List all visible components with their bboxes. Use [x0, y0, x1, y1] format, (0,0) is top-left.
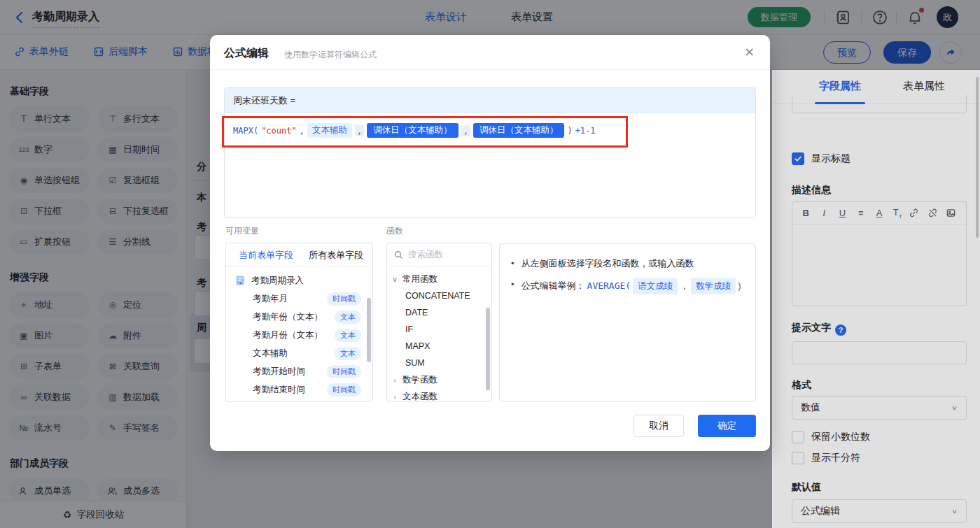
formula-editor-box: 周末还班天数 = MAPX("count", 文本辅助 , 调休日（文本辅助） …: [224, 87, 756, 218]
functions-panel: 搜索函数 ∨常用函数 CONCATENATE DATE IF MAPX SUM …: [386, 243, 492, 402]
function-item[interactable]: DATE: [387, 304, 491, 321]
search-icon: [394, 250, 403, 259]
variable-field-row[interactable]: 考勤年月时间戳: [226, 290, 372, 308]
field-type-badge: 时间戳: [327, 292, 361, 306]
field-type-badge: 时间戳: [327, 383, 361, 397]
remove-link-icon[interactable]: [927, 208, 941, 218]
chevron-right-icon: ›: [387, 392, 402, 401]
cancel-button[interactable]: 取消: [634, 415, 684, 437]
formula-expression: MAPX("count", 文本辅助 , 调休日（文本辅助） , 调休日（文本辅…: [233, 123, 747, 138]
properties-body: 显示标题 描述信息 B I U ≡ A TT 提示文字? 格式 数值 ∨: [773, 104, 980, 528]
chevron-down-icon: ∨: [951, 404, 958, 411]
italic-icon[interactable]: I: [817, 208, 831, 218]
chevron-down-icon: ∨: [387, 275, 402, 284]
default-value-select[interactable]: 公式编辑 ∨: [792, 499, 967, 523]
formula-tail-expression: +1-1: [575, 126, 596, 136]
variable-field-row[interactable]: 考勤月份（文本）文本: [226, 326, 372, 344]
variable-field-row[interactable]: 考勤结束时间时间戳: [226, 380, 372, 399]
tab-field-properties[interactable]: 字段属性: [819, 80, 861, 93]
field-type-badge: 文本: [335, 347, 361, 360]
format-select[interactable]: 数值 ∨: [792, 396, 967, 420]
chevron-right-icon: ›: [387, 376, 402, 384]
sidebar-scrollbar[interactable]: [976, 77, 979, 238]
field-token-selected[interactable]: 调休日（文本辅助）: [367, 123, 458, 138]
hint-text-input[interactable]: [792, 341, 967, 364]
confirm-button[interactable]: 确定: [698, 415, 756, 437]
function-search-box[interactable]: 搜索函数: [387, 243, 491, 267]
hint-text-label: 提示文字?: [792, 322, 846, 336]
field-token-selected[interactable]: 调休日（文本辅助）: [473, 123, 565, 138]
formula-edit-modal: 公式编辑 使用数学运算符编辑公式 ✕ 周末还班天数 = MAPX("count"…: [210, 35, 770, 451]
hint-help-icon[interactable]: ?: [835, 324, 846, 336]
formula-string-arg: "count": [261, 126, 297, 136]
function-group-math[interactable]: ›数学函数: [387, 371, 491, 388]
functions-scrollbar[interactable]: [486, 308, 490, 390]
description-editor[interactable]: B I U ≡ A TT: [792, 201, 967, 306]
checkbox-unchecked-icon[interactable]: [792, 452, 804, 464]
checkbox-checked-icon[interactable]: [792, 152, 804, 165]
bullet: •: [511, 257, 514, 271]
function-item[interactable]: IF: [387, 321, 491, 338]
insert-link-icon[interactable]: [909, 208, 923, 218]
field-type-badge: 时间戳: [327, 365, 361, 378]
default-value-label: 默认值: [792, 481, 821, 494]
tip-line-1: • 从左侧面板选择字段名和函数，或输入函数: [511, 257, 744, 271]
tab-all-form-fields[interactable]: 所有表单字段: [309, 249, 363, 262]
title-input-partial[interactable]: [792, 95, 967, 113]
bold-icon[interactable]: B: [799, 208, 813, 218]
tip-line-2: • 公式编辑举例：AVERAGE( 语文成绩 ， 数学成绩 ): [511, 278, 744, 294]
example-field-token: 语文成绩: [633, 278, 678, 294]
checkbox-unchecked-icon[interactable]: [792, 431, 804, 443]
example-field-token: 数学成绩: [691, 278, 736, 294]
formula-target-row: 周末还班天数 =: [225, 88, 755, 113]
search-placeholder: 搜索函数: [408, 249, 443, 261]
function-item[interactable]: SUM: [387, 355, 491, 371]
variable-field-row[interactable]: 考勤开始时间时间戳: [226, 362, 372, 380]
tab-form-properties[interactable]: 表单属性: [903, 80, 945, 93]
rich-text-toolbar: B I U ≡ A TT: [792, 202, 966, 224]
decimal-digits-checkbox-row[interactable]: 保留小数位数: [792, 431, 870, 443]
underline-icon[interactable]: U: [836, 208, 850, 218]
chevron-down-icon: ∨: [951, 508, 958, 515]
modal-header: 公式编辑 使用数学运算符编辑公式 ✕: [210, 35, 770, 70]
functions-label: 函数: [386, 225, 403, 237]
description-label: 描述信息: [792, 184, 831, 197]
variables-scrollbar[interactable]: [367, 298, 371, 362]
field-type-badge: 文本: [335, 311, 361, 324]
show-title-checkbox-row[interactable]: 显示标题: [792, 152, 850, 165]
variables-label: 可用变量: [225, 225, 259, 237]
description-editor-content[interactable]: [792, 224, 966, 306]
formula-input-area[interactable]: MAPX("count", 文本辅助 , 调休日（文本辅助） , 调休日（文本辅…: [225, 113, 755, 218]
form-doc-icon: [236, 276, 244, 285]
modal-subtitle: 使用数学运算符编辑公式: [284, 49, 377, 61]
field-type-badge: 文本: [335, 329, 361, 342]
format-label: 格式: [792, 379, 811, 392]
thousand-separator-checkbox-row[interactable]: 显示千分符: [792, 452, 860, 464]
form-tree-root[interactable]: 考勤周期录入: [226, 271, 372, 290]
properties-sidebar: 字段属性 表单属性 显示标题 描述信息 B I U ≡ A TT: [772, 70, 980, 528]
insert-image-icon[interactable]: [946, 208, 960, 218]
function-group-common[interactable]: ∨常用函数: [387, 271, 491, 287]
function-item[interactable]: MAPX: [387, 338, 491, 355]
variables-panel: 当前表单字段 所有表单字段 考勤周期录入 考勤年月时间戳 考勤年份（文本）文本 …: [225, 243, 373, 402]
bullet: •: [511, 278, 514, 292]
variable-field-row[interactable]: 文本辅助文本: [226, 344, 372, 362]
function-item[interactable]: CONCATENATE: [387, 287, 491, 304]
tips-panel: • 从左侧面板选择字段名和函数，或输入函数 • 公式编辑举例：AVERAGE( …: [499, 243, 756, 402]
align-icon[interactable]: ≡: [854, 208, 868, 218]
font-size-icon[interactable]: TT: [890, 207, 904, 220]
font-color-icon[interactable]: A: [872, 208, 886, 218]
tab-current-form-fields[interactable]: 当前表单字段: [239, 249, 293, 262]
close-icon[interactable]: ✕: [744, 45, 755, 60]
variable-field-row[interactable]: 考勤年份（文本）文本: [226, 308, 372, 326]
variables-tabs: 当前表单字段 所有表单字段: [226, 243, 372, 267]
field-token-light[interactable]: 文本辅助: [307, 123, 352, 138]
formula-function-name: MAPX(: [233, 126, 258, 136]
modal-title: 公式编辑: [224, 46, 269, 61]
function-group-text[interactable]: ›文本函数: [387, 388, 491, 402]
